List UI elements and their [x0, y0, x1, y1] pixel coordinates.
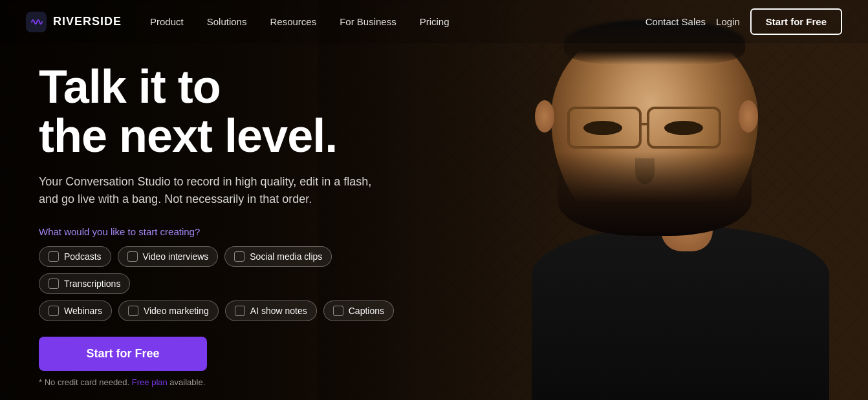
- checkbox-webinars-box: [49, 306, 59, 316]
- nav-for-business[interactable]: For Business: [331, 11, 406, 32]
- logo-icon: [26, 12, 47, 32]
- checkbox-group-row2: Webinars Video marketing AI show notes C…: [39, 300, 427, 321]
- checkbox-ai-show-notes-box: [235, 306, 245, 316]
- checkbox-transcriptions-label: Transcriptions: [64, 279, 120, 289]
- hero-subtitle-text: Your Conversation Studio to record in hi…: [39, 175, 371, 205]
- checkbox-transcriptions-box: [49, 279, 59, 289]
- nav-login[interactable]: Login: [716, 16, 740, 27]
- checkbox-video-interviews[interactable]: Video interviews: [118, 246, 219, 267]
- checkbox-video-interviews-box: [127, 251, 138, 262]
- checkbox-podcasts[interactable]: Podcasts: [39, 246, 111, 267]
- checkbox-social-media-clips[interactable]: Social media clips: [224, 246, 332, 267]
- nav-start-free-button[interactable]: Start for Free: [750, 8, 842, 35]
- checkbox-transcriptions[interactable]: Transcriptions: [39, 273, 130, 294]
- checkbox-podcasts-box: [49, 251, 59, 262]
- checkbox-video-marketing[interactable]: Video marketing: [118, 300, 219, 321]
- checkbox-captions[interactable]: Captions: [323, 300, 394, 321]
- hero-start-free-button[interactable]: Start for Free: [39, 337, 207, 371]
- hero-title-line1: Talk it to: [39, 61, 221, 112]
- navbar: RIVERSIDE Product Solutions Resources Fo…: [0, 0, 868, 43]
- nav-solutions[interactable]: Solutions: [198, 11, 256, 32]
- checkbox-podcasts-label: Podcasts: [64, 251, 102, 262]
- checkbox-captions-box: [333, 306, 343, 316]
- hero-title: Talk it to the next level.: [39, 63, 427, 160]
- fine-print-link[interactable]: Free plan: [132, 377, 168, 387]
- nav-pricing[interactable]: Pricing: [411, 11, 459, 32]
- checkbox-webinars[interactable]: Webinars: [39, 300, 112, 321]
- checkbox-video-interviews-label: Video interviews: [143, 251, 209, 262]
- checkbox-webinars-label: Webinars: [64, 306, 102, 316]
- checkbox-social-media-clips-box: [234, 251, 244, 262]
- nav-resources[interactable]: Resources: [261, 11, 325, 32]
- nav-right: Contact Sales Login Start for Free: [646, 8, 842, 35]
- checkbox-group-row1: Podcasts Video interviews Social media c…: [39, 246, 427, 294]
- hero-question: What would you like to start creating?: [39, 226, 427, 237]
- logo[interactable]: RIVERSIDE: [26, 12, 122, 32]
- checkbox-ai-show-notes-label: AI show notes: [250, 306, 307, 316]
- nav-links: Product Solutions Resources For Business…: [141, 11, 646, 32]
- hero-title-line2: the next level.: [39, 110, 337, 162]
- nav-product[interactable]: Product: [141, 11, 193, 32]
- checkbox-ai-show-notes[interactable]: AI show notes: [225, 300, 317, 321]
- hero-subtitle: Your Conversation Studio to record in hi…: [39, 173, 414, 208]
- checkbox-captions-label: Captions: [349, 306, 384, 316]
- hero-section: Talk it to the next level. Your Conversa…: [0, 43, 466, 400]
- nav-contact-sales[interactable]: Contact Sales: [646, 16, 706, 27]
- checkbox-video-marketing-label: Video marketing: [144, 306, 209, 316]
- fine-print: * No credit card needed. Free plan avail…: [39, 377, 427, 387]
- brand-name: RIVERSIDE: [53, 15, 122, 28]
- checkbox-social-media-clips-label: Social media clips: [250, 251, 322, 262]
- checkbox-video-marketing-box: [128, 306, 138, 316]
